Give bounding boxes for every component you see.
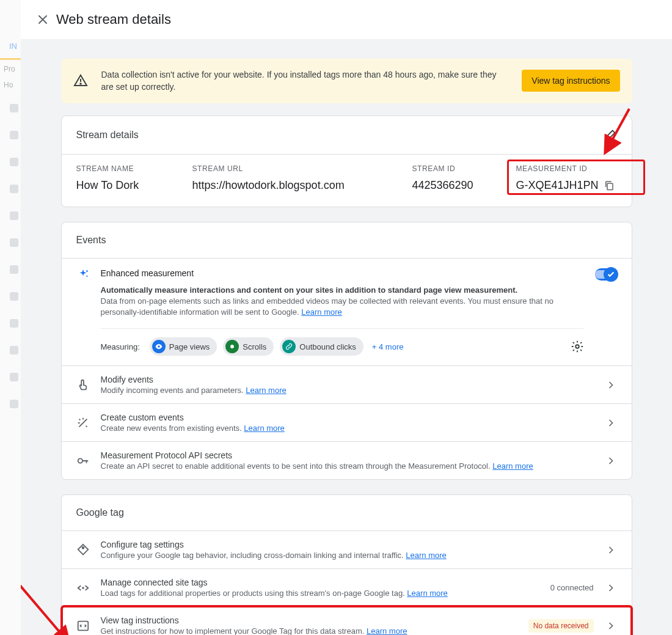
chevron-right-icon — [605, 455, 617, 467]
modify-learn-more-link[interactable]: Learn more — [246, 386, 286, 395]
data-collection-warning: Data collection isn't active for your we… — [61, 59, 632, 103]
svg-point-8 — [78, 458, 82, 463]
gear-icon[interactable] — [571, 340, 584, 353]
create-events-desc: Create new events from existing events. — [101, 424, 242, 433]
tag-icon — [76, 543, 90, 557]
enhanced-measurement-row: Enhanced measurement Automatically measu… — [62, 259, 632, 366]
warning-text: Data collection isn't active for your we… — [101, 68, 509, 94]
chip-outbound-clicks: Outbound clicks — [280, 337, 363, 356]
modify-events-title: Modify events — [101, 375, 594, 384]
chevron-right-icon — [605, 379, 617, 391]
crumb2: Ho — [0, 76, 21, 92]
instructions-title: View tag instructions — [101, 615, 517, 625]
manage-connected-tags-row[interactable]: Manage connected site tags Load tags for… — [62, 568, 632, 606]
modify-events-desc: Modify incoming events and parameters. — [101, 386, 244, 395]
link-icon — [282, 340, 296, 353]
create-custom-events-row[interactable]: Create custom events Create new events f… — [62, 403, 632, 441]
instructions-desc: Get instructions for how to implement yo… — [101, 626, 365, 635]
chevron-right-icon — [605, 417, 617, 429]
chevron-right-icon — [605, 582, 617, 594]
svg-point-1 — [80, 83, 81, 84]
view-tag-instructions-row[interactable]: View tag instructions Get instructions f… — [62, 606, 632, 635]
stream-details-heading: Stream details — [76, 130, 139, 141]
events-card: Events Enhanced measurement Automaticall… — [61, 222, 632, 480]
stream-details-card: Stream details STREAM NAME How To Dork S… — [61, 116, 632, 207]
crumb1: Pro — [0, 60, 21, 76]
modify-events-row[interactable]: Modify events Modify incoming events and… — [62, 365, 632, 403]
warning-icon — [73, 73, 88, 88]
enhanced-measurement-toggle[interactable] — [595, 268, 617, 281]
configure-tag-title: Configure tag settings — [101, 540, 594, 549]
chevron-right-icon — [605, 544, 617, 556]
connected-learn-more-link[interactable]: Learn more — [407, 589, 447, 598]
measuring-label: Measuring: — [101, 342, 140, 351]
code-frame-icon — [76, 619, 90, 633]
edit-icon[interactable] — [604, 128, 617, 142]
slideover-panel: Web stream details Data collection isn't… — [21, 0, 672, 635]
chevron-right-icon — [605, 620, 617, 632]
configure-tag-settings-row[interactable]: Configure tag settings Configure your Go… — [62, 530, 632, 568]
scroll-icon — [225, 340, 239, 353]
background-sidebar: IN Pro Ho — [0, 0, 21, 635]
connected-count: 0 connected — [550, 583, 594, 592]
enhanced-measurement-title: Enhanced measurement — [101, 268, 584, 278]
stream-id-label: STREAM ID — [412, 164, 492, 173]
annotation-box-measurement — [507, 160, 645, 195]
svg-point-10 — [82, 587, 84, 589]
enhanced-measurement-strong: Automatically measure interactions and c… — [101, 285, 584, 295]
code-icon — [76, 581, 90, 595]
google-tag-card: Google tag Configure tag settings Config… — [61, 494, 632, 635]
instructions-learn-more-link[interactable]: Learn more — [367, 626, 407, 635]
configure-learn-more-link[interactable]: Learn more — [406, 551, 446, 560]
chip-page-views: Page views — [150, 337, 217, 356]
key-icon — [76, 454, 90, 468]
create-learn-more-link[interactable]: Learn more — [244, 424, 284, 433]
api-secrets-desc: Create an API secret to enable additiona… — [101, 461, 491, 471]
configure-tag-desc: Configure your Google tag behavior, incl… — [101, 551, 404, 560]
connected-title: Manage connected site tags — [101, 578, 539, 587]
stream-id-value: 4425366290 — [412, 179, 492, 192]
chip-scrolls: Scrolls — [223, 337, 274, 356]
stream-name-label: STREAM NAME — [76, 164, 168, 173]
stream-url-label: STREAM URL — [192, 164, 388, 173]
svg-point-6 — [230, 345, 234, 348]
no-data-badge: No data received — [528, 619, 594, 633]
secrets-learn-more-link[interactable]: Learn more — [492, 461, 533, 471]
magic-icon — [76, 416, 90, 430]
api-secrets-row[interactable]: Measurement Protocol API secrets Create … — [62, 441, 632, 479]
more-chips-link[interactable]: + 4 more — [372, 342, 404, 351]
connected-desc: Load tags for additional properties or p… — [101, 589, 405, 598]
google-tag-heading: Google tag — [76, 507, 124, 518]
svg-point-9 — [82, 547, 84, 549]
svg-point-5 — [86, 275, 87, 276]
stream-url-value: https://howtodork.blogspot.com — [192, 179, 388, 192]
svg-point-7 — [575, 345, 579, 349]
events-heading: Events — [76, 235, 106, 246]
page-title: Web stream details — [56, 12, 171, 28]
close-icon[interactable] — [35, 12, 50, 27]
enhanced-learn-more-link[interactable]: Learn more — [301, 307, 341, 317]
touch-icon — [76, 378, 90, 392]
eye-icon — [152, 340, 166, 353]
admin-tab: IN — [0, 34, 21, 60]
stream-name-value: How To Dork — [76, 179, 168, 192]
api-secrets-title: Measurement Protocol API secrets — [101, 450, 594, 460]
create-events-title: Create custom events — [101, 413, 594, 422]
svg-line-12 — [21, 577, 65, 635]
svg-point-4 — [86, 270, 88, 272]
view-tag-instructions-button[interactable]: View tag instructions — [522, 70, 619, 92]
sparkle-icon — [76, 268, 90, 282]
